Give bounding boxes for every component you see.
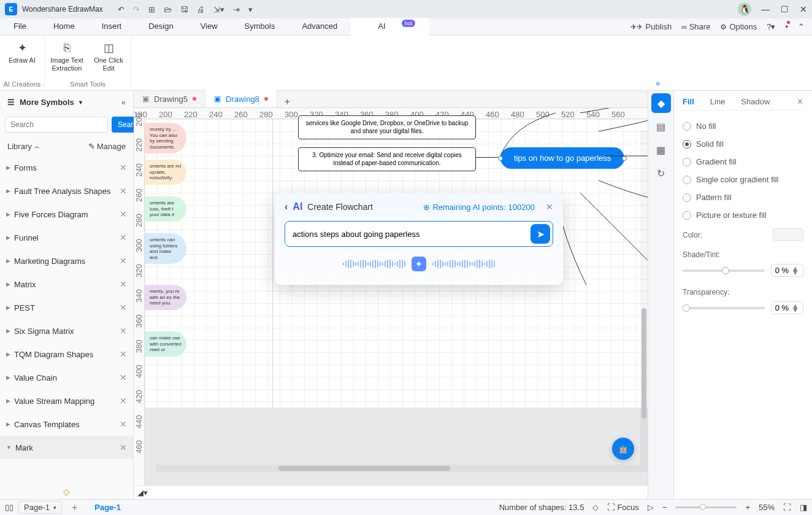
one-click-edit-button[interactable]: ◫ One Click Edit	[89, 39, 128, 77]
menu-ai[interactable]: AIhot	[351, 18, 429, 36]
remove-category-button[interactable]: ✕	[120, 233, 127, 242]
category-fault-tree-analysis-shapes[interactable]: ▶Fault Tree Analysis Shapes✕	[0, 179, 133, 203]
remove-category-button[interactable]: ✕	[120, 419, 127, 429]
ai-send-button[interactable]: ➤	[530, 224, 550, 244]
remove-category-button[interactable]: ✕	[120, 163, 127, 172]
category-six-sigma-matrix[interactable]: ▶Six Sigma Matrix✕	[0, 319, 133, 343]
tab-shadow[interactable]: Shadow	[741, 97, 770, 106]
transparency-spinner[interactable]: 0 %▲▼	[771, 301, 803, 314]
flowchart-box[interactable]: services like Google Drive, Dropbox, or …	[298, 115, 476, 139]
shade-slider[interactable]	[683, 269, 765, 272]
library-label[interactable]: Library	[7, 142, 32, 151]
ai-assistant-fab[interactable]: 🤖	[612, 438, 634, 460]
menu-insert[interactable]: Insert	[88, 18, 136, 36]
tab-line[interactable]: Line	[710, 97, 726, 106]
play-button[interactable]: ▷	[648, 503, 654, 512]
category-five-forces-diagram[interactable]: ▶Five Forces Diagram✕	[0, 203, 133, 226]
mindmap-node[interactable]: ments, you re with an es the need you.	[145, 285, 186, 310]
fill-radio-single-color-gradient-fill[interactable]: Single color gradient fill	[683, 175, 803, 184]
collapse-panel-button[interactable]: «	[121, 98, 126, 107]
tab-drawing8[interactable]: ▣ Drawing8	[205, 90, 277, 107]
category-canvas-templates[interactable]: ▶Canvas Templates✕	[0, 412, 133, 436]
page-properties-button[interactable]: ▤	[651, 117, 671, 136]
remove-category-button[interactable]: ✕	[120, 326, 127, 336]
dialog-back-button[interactable]: ‹	[285, 201, 288, 212]
minimize-button[interactable]: —	[761, 4, 770, 14]
manage-library-button[interactable]: ✎Manage	[88, 142, 126, 151]
category-value-stream-mapping[interactable]: ▶Value Stream Mapping✕	[0, 389, 133, 412]
mindmap-node[interactable]: uments are nd update, roductivity.	[145, 160, 186, 185]
expand-panel-button[interactable]: »	[656, 79, 660, 88]
publish-button[interactable]: ✈✈Publish	[630, 22, 672, 31]
remove-category-button[interactable]: ✕	[120, 209, 127, 219]
mindmap-node[interactable]: money by ... You can also by sending doc…	[145, 123, 186, 153]
undo-button[interactable]: ↶	[118, 5, 124, 14]
category-tqm-diagram-shapes[interactable]: ▶TQM Diagram Shapes✕	[0, 343, 133, 366]
fill-radio-gradient-fill[interactable]: Gradient fill	[683, 157, 803, 166]
focus-button[interactable]: ⛶Focus	[607, 503, 638, 512]
save-button[interactable]: 🖫	[180, 5, 188, 14]
options-button[interactable]: ⚙Options	[720, 22, 757, 31]
menu-view[interactable]: View	[187, 18, 231, 36]
user-avatar[interactable]: 🐧	[738, 2, 751, 16]
maximize-button[interactable]: ☐	[781, 4, 789, 14]
menu-design[interactable]: Design	[135, 18, 186, 36]
fill-radio-pattern-fill[interactable]: Pattern fill	[683, 193, 803, 202]
zoom-out-button[interactable]: −	[662, 503, 667, 512]
mindmap-node[interactable]: uments can using folders and make ient.	[145, 233, 186, 264]
remove-category-button[interactable]: ✕	[120, 349, 127, 359]
shade-spinner[interactable]: 0 %▲▼	[771, 264, 803, 277]
color-swatch[interactable]	[773, 228, 803, 241]
redo-button[interactable]: ↷	[133, 5, 140, 14]
category-matrix[interactable]: ▶Matrix✕	[0, 273, 133, 296]
vertical-scrollbar[interactable]	[640, 130, 648, 465]
zoom-in-button[interactable]: +	[745, 503, 750, 512]
canvas[interactable]: money by ... You can also by sending doc…	[145, 119, 648, 486]
zoom-level[interactable]: 55%	[759, 503, 775, 512]
transparency-slider[interactable]	[683, 307, 765, 309]
tab-fill[interactable]: Fill	[683, 97, 694, 106]
fill-tool-icon[interactable]: ◢▾	[137, 488, 148, 497]
remove-category-button[interactable]: ✕	[120, 373, 127, 382]
history-button[interactable]: ↻	[651, 163, 671, 183]
new-button[interactable]: ⊞	[148, 5, 155, 14]
qat-more[interactable]: ▾	[248, 5, 253, 14]
page-selector[interactable]: Page-1▾	[18, 501, 62, 514]
zoom-slider[interactable]	[675, 506, 737, 508]
flowchart-box[interactable]: 3. Optimize your email: Send and receive…	[298, 147, 476, 171]
symbol-search-input[interactable]	[5, 117, 108, 133]
notification-icon[interactable]: •	[785, 22, 788, 31]
remove-category-button[interactable]: ✕	[120, 186, 127, 196]
remove-category-button[interactable]: ✕	[120, 443, 127, 452]
share-button[interactable]: ∞Share	[681, 22, 710, 31]
add-tab-button[interactable]: +	[277, 96, 297, 107]
remove-category-button[interactable]: ✕	[120, 279, 127, 289]
close-panel-button[interactable]: ✕	[797, 97, 803, 106]
remove-category-button[interactable]: ✕	[120, 303, 127, 312]
help-button[interactable]: ?▾	[767, 22, 775, 31]
page-layout-icon[interactable]: ▯▯	[5, 503, 13, 512]
menu-home[interactable]: Home	[40, 18, 88, 36]
dialog-close-button[interactable]: ✕	[546, 202, 553, 212]
ai-points-label[interactable]: ⊕ Remaining AI points: 100200	[423, 203, 535, 212]
fill-radio-no-fill[interactable]: No fill	[683, 122, 803, 131]
shape-format-button[interactable]: ◆	[651, 93, 671, 113]
presentation-button[interactable]: ▦	[651, 140, 671, 160]
fill-radio-solid-fill[interactable]: Solid fill	[683, 139, 803, 149]
image-text-extraction-button[interactable]: ⎘ Image Text Extraction	[47, 39, 86, 77]
tab-drawing5[interactable]: ▣ Drawing5	[134, 90, 205, 107]
page-tab[interactable]: Page-1	[94, 503, 121, 512]
export-button[interactable]: ⇲▾	[213, 5, 224, 14]
add-page-button[interactable]: +	[72, 502, 77, 513]
fill-radio-picture-or-texture-fill[interactable]: Picture or texture fill	[683, 211, 803, 220]
layers-icon[interactable]: ◇	[592, 503, 599, 512]
import-button[interactable]: ⇥	[233, 5, 240, 14]
shape-handle[interactable]	[498, 156, 503, 161]
menu-file[interactable]: File	[0, 18, 40, 36]
category-mark[interactable]: ▼Mark✕	[0, 436, 133, 459]
print-button[interactable]: 🖨	[197, 5, 205, 14]
mindmap-node[interactable]: can make ose with converted read or	[145, 331, 186, 357]
collapse-ribbon-button[interactable]: ⌃	[798, 22, 805, 31]
category-pest[interactable]: ▶PEST✕	[0, 296, 133, 319]
edraw-ai-button[interactable]: ✦ Edraw AI	[2, 39, 42, 77]
